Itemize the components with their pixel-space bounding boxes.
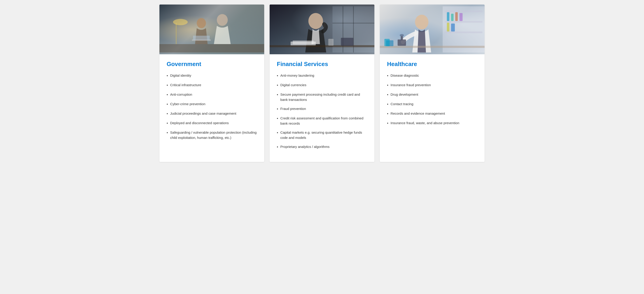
- list-item: Critical infrastructure: [167, 83, 257, 88]
- list-item: Credit risk assessment and qualification…: [277, 116, 367, 126]
- svg-rect-16: [293, 41, 314, 44]
- svg-rect-27: [447, 23, 449, 32]
- list-item: Judicial proceedings and case management: [167, 111, 257, 116]
- card-government: GovernmentDigital identityCritical infra…: [160, 5, 264, 162]
- list-item: Deployed and disconnected operations: [167, 120, 257, 126]
- svg-point-3: [197, 18, 206, 28]
- svg-rect-26: [460, 13, 463, 21]
- svg-point-12: [308, 13, 323, 29]
- healthcare-list: Disease diagnosticInsurance fraud preven…: [387, 73, 477, 126]
- svg-rect-23: [447, 12, 449, 21]
- list-item: Insurance fraud prevention: [387, 83, 477, 88]
- list-item: Records and evidence management: [387, 111, 477, 116]
- list-item: Proprietary analytics / algorithms: [277, 144, 367, 150]
- government-body: GovernmentDigital identityCritical infra…: [160, 54, 264, 153]
- svg-rect-21: [445, 21, 482, 23]
- svg-point-32: [400, 34, 404, 36]
- financial-services-title: Financial Services: [277, 61, 367, 68]
- cards-container: GovernmentDigital identityCritical infra…: [160, 5, 484, 162]
- government-list: Digital identityCritical infrastructureA…: [167, 73, 257, 140]
- card-healthcare: HealthcareDisease diagnosticInsurance fr…: [380, 5, 484, 162]
- financial-services-list: Anti-money launderingDigital currenciesS…: [277, 73, 367, 150]
- list-item: Cyber-crime prevention: [167, 101, 257, 107]
- financial-services-body: Financial ServicesAnti-money launderingD…: [270, 54, 374, 162]
- government-title: Government: [167, 61, 257, 68]
- svg-rect-24: [451, 14, 454, 21]
- list-item: Capital markets e.g. securing quantitati…: [277, 130, 367, 140]
- svg-rect-25: [455, 12, 458, 21]
- list-item: Digital currencies: [277, 83, 367, 88]
- card-financial-services: Financial ServicesAnti-money launderingD…: [270, 5, 374, 162]
- list-item: Contact tracing: [387, 101, 477, 107]
- list-item: Digital identity: [167, 73, 257, 78]
- svg-rect-20: [445, 11, 482, 12]
- svg-point-29: [415, 15, 428, 29]
- financial-services-image: [270, 5, 374, 54]
- healthcare-body: HealthcareDisease diagnosticInsurance fr…: [380, 54, 484, 138]
- svg-rect-28: [451, 24, 455, 32]
- list-item: Fraud prevention: [277, 106, 367, 112]
- list-item: Disease diagnostic: [387, 73, 477, 78]
- svg-rect-17: [328, 39, 334, 46]
- svg-rect-30: [398, 40, 406, 46]
- list-item: Drug development: [387, 92, 477, 97]
- government-image: [160, 5, 264, 54]
- list-item: Insurance fraud, waste, and abuse preven…: [387, 120, 477, 126]
- svg-rect-35: [384, 39, 390, 46]
- svg-point-2: [173, 19, 188, 25]
- svg-rect-7: [160, 44, 264, 53]
- healthcare-image: [380, 5, 484, 54]
- svg-point-4: [217, 14, 228, 26]
- healthcare-title: Healthcare: [387, 61, 477, 68]
- svg-rect-33: [380, 46, 484, 48]
- svg-rect-14: [270, 45, 374, 47]
- list-item: Secure payment processing including cred…: [277, 92, 367, 102]
- list-item: Anti-corruption: [167, 92, 257, 97]
- svg-rect-6: [193, 36, 210, 40]
- list-item: Safeguarding / vulnerable population pro…: [167, 130, 257, 140]
- svg-rect-18: [341, 38, 354, 46]
- svg-rect-13: [323, 23, 326, 27]
- svg-rect-22: [445, 32, 482, 33]
- list-item: Anti-money laundering: [277, 73, 367, 78]
